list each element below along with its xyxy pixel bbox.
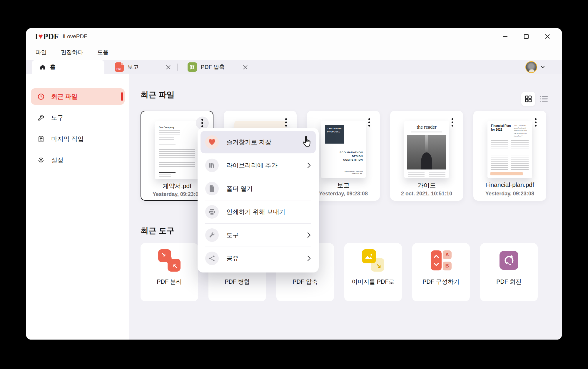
letter-a: A xyxy=(443,250,452,259)
wrench-icon xyxy=(208,232,216,239)
thumb-company-text: Our Company xyxy=(159,126,195,129)
menu-item-label: 라이브러리에 추가 xyxy=(226,161,307,169)
tab-home[interactable]: 홈 xyxy=(32,60,104,74)
letter-b: B xyxy=(443,262,452,270)
heart-logo-icon: ♥ xyxy=(39,32,43,41)
tab-report[interactable]: PDF 보고 xyxy=(108,60,162,74)
active-indicator xyxy=(121,92,123,101)
context-menu-item-add-to-library[interactable]: 라이브러리에 추가 xyxy=(201,154,316,177)
context-menu-item-share[interactable]: 공유 xyxy=(201,247,316,270)
file-icon xyxy=(209,185,215,192)
file-thumbnail: Our Company xyxy=(155,121,199,179)
chevron-right-icon xyxy=(307,162,311,169)
context-menu-item-send-to-print[interactable]: 인쇄하기 위해 보내기 xyxy=(201,201,316,223)
close-button[interactable] xyxy=(544,33,551,40)
file-card-guide[interactable]: the reader 가이드 2 oct. 2021, 10:51:10 xyxy=(390,111,463,201)
library-icon xyxy=(208,162,216,169)
tab-home-label: 홈 xyxy=(50,63,56,71)
list-view-icon[interactable] xyxy=(539,95,548,103)
clock-icon xyxy=(37,93,45,100)
tab-report-label: 보고 xyxy=(128,63,139,71)
main-content: 최근 파일 Our Company xyxy=(129,74,562,340)
thumb-photo xyxy=(407,135,446,169)
tool-organize-pdf[interactable]: A B PDF 구성하기 xyxy=(412,243,470,301)
wrench-icon xyxy=(37,114,45,122)
logo-i: I xyxy=(35,32,38,41)
tab-strip: 홈 PDF 보고 PDF 압축 xyxy=(26,60,562,74)
recent-files-heading: 최근 파일 xyxy=(141,89,175,100)
menu-item-label: 즐겨찾기로 저장 xyxy=(226,138,311,146)
sidebar-label: 설정 xyxy=(51,156,64,164)
rotate-pdf-icon xyxy=(498,249,520,272)
avatar[interactable] xyxy=(525,61,537,73)
chevron-right-icon xyxy=(307,255,311,262)
sidebar: 최근 파일 도구 마지막 작업 설정 xyxy=(26,74,129,340)
sidebar-label: 도구 xyxy=(51,114,64,122)
clipboard-icon xyxy=(37,135,45,143)
cursor-hand-icon xyxy=(301,136,313,149)
kebab-menu-icon[interactable] xyxy=(280,116,293,129)
thumb-proposal-block: THE DESIGN PROPOSAL xyxy=(325,125,344,144)
thumb-eco-text: ECO MARATHON DESIGN COMPETITION xyxy=(336,151,363,162)
thumb-credit-text: PROPOSED BY PRELUDE DIAMANTE INC. xyxy=(342,170,363,175)
pdf-file-icon: PDF xyxy=(115,62,124,72)
sidebar-item-tools[interactable]: 도구 xyxy=(31,109,125,126)
menu-file[interactable]: 파일 xyxy=(36,49,47,56)
sidebar-item-recent-files[interactable]: 최근 파일 xyxy=(31,88,125,105)
file-thumbnail: the reader xyxy=(404,121,449,178)
maximize-button[interactable] xyxy=(522,33,530,40)
menu-edit[interactable]: 편집하다 xyxy=(61,49,83,56)
tab-separator xyxy=(177,64,178,71)
context-menu-item-save-favorite[interactable]: 즐겨찾기로 저장 xyxy=(201,131,316,153)
tool-label: 이미지를 PDF로 xyxy=(352,278,395,286)
organize-pdf-icon: A B xyxy=(430,249,452,272)
tool-label: PDF 병합 xyxy=(225,278,250,286)
printer-icon xyxy=(208,208,216,215)
kebab-menu-icon[interactable] xyxy=(363,116,376,129)
tool-label: PDF 회전 xyxy=(496,278,522,286)
home-icon xyxy=(39,64,46,70)
menu-item-label: 도구 xyxy=(226,231,307,239)
sidebar-label: 마지막 작업 xyxy=(51,135,84,143)
tab-compress-label: PDF 압축 xyxy=(201,63,225,71)
tool-label: PDF 압축 xyxy=(293,278,318,286)
app-title: iLovePDF xyxy=(63,33,87,40)
chevron-right-icon xyxy=(307,232,311,238)
kebab-menu-icon[interactable] xyxy=(529,116,542,129)
account-menu[interactable] xyxy=(525,61,545,73)
tab-compress-close-icon[interactable] xyxy=(239,61,251,73)
context-menu: 즐겨찾기로 저장 라이브러리에 추가 폴더 열기 인쇄하기 위해 보내기 도구 xyxy=(198,128,319,272)
thumb-financial-quote: "Our company's growth primarily increase… xyxy=(514,124,529,137)
file-card-financial[interactable]: Financial Plan for 2022 "Our company's g… xyxy=(473,111,546,201)
menu-item-label: 공유 xyxy=(226,254,307,262)
menu-item-label: 폴더 열기 xyxy=(226,184,311,193)
minimize-button[interactable] xyxy=(501,33,509,40)
thumb-financial-title: Financial Plan for 2022 xyxy=(491,124,512,137)
file-thumbnail: THE DESIGN PROPOSAL ECO MARATHON DESIGN … xyxy=(321,121,366,178)
share-icon xyxy=(209,255,215,262)
title-bar: I♥PDF iLovePDF xyxy=(26,28,562,45)
context-menu-item-open-folder[interactable]: 폴더 열기 xyxy=(201,177,316,200)
file-date: Yesterday, 09:23:08 xyxy=(473,191,546,197)
tool-split-pdf[interactable]: PDF 분리 xyxy=(141,243,198,301)
tab-compress[interactable]: PDF 압축 xyxy=(181,60,239,74)
tool-label: PDF 분리 xyxy=(157,278,182,286)
tab-report-close-icon[interactable] xyxy=(162,61,174,73)
compress-icon xyxy=(188,62,197,72)
heart-icon xyxy=(208,139,216,145)
grid-view-icon[interactable] xyxy=(521,92,535,106)
file-date: 2 oct. 2021, 10:51:10 xyxy=(390,191,463,197)
sidebar-item-last-tasks[interactable]: 마지막 작업 xyxy=(31,131,125,147)
context-menu-item-tools[interactable]: 도구 xyxy=(201,224,316,246)
file-thumbnail: Financial Plan for 2022 "Our company's g… xyxy=(487,121,532,178)
thumb-highlight-strip xyxy=(490,172,523,175)
logo-pdf: PDF xyxy=(43,32,59,41)
tool-rotate-pdf[interactable]: PDF 회전 xyxy=(480,243,538,301)
menu-item-label: 인쇄하기 위해 보내기 xyxy=(226,208,311,216)
kebab-menu-icon[interactable] xyxy=(446,116,459,129)
tool-image-to-pdf[interactable]: 이미지를 PDF로 xyxy=(344,243,402,301)
menu-help[interactable]: 도움 xyxy=(97,49,108,56)
sidebar-item-settings[interactable]: 설정 xyxy=(31,152,125,168)
recent-tools-heading: 최근 도구 xyxy=(141,225,175,236)
kebab-menu-icon[interactable] xyxy=(196,117,209,129)
